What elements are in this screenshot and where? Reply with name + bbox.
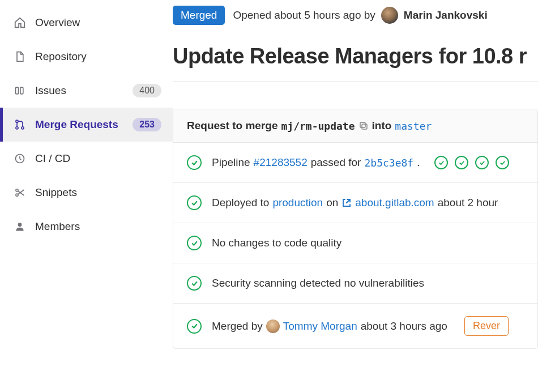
- deploy-time: about 2 hour: [438, 197, 498, 209]
- copy-icon[interactable]: [358, 121, 369, 131]
- sidebar-item-issues[interactable]: Issues 400: [0, 74, 173, 108]
- sidebar-item-label: Members: [35, 220, 161, 233]
- deploy-url[interactable]: about.gitlab.com: [355, 197, 434, 209]
- sidebar-item-label: Snippets: [35, 186, 161, 199]
- svg-point-8: [18, 223, 22, 227]
- source-branch[interactable]: mj/rm-update: [281, 120, 355, 132]
- deploy-row: Deployed to production on about.gitlab.c…: [173, 183, 537, 223]
- deploy-env[interactable]: production: [272, 197, 323, 209]
- stage-check-icon[interactable]: [475, 156, 489, 169]
- stage-check-icon[interactable]: [434, 156, 448, 169]
- svg-rect-9: [362, 124, 367, 129]
- status-badge: Merged: [173, 6, 225, 25]
- sidebar-item-merge-requests[interactable]: Merge Requests 253: [0, 108, 173, 142]
- merged-by-row: Merged by Tommy Morgan about 3 hours ago…: [173, 304, 537, 348]
- security-row: Security scanning detected no vulnerabil…: [173, 263, 537, 304]
- merge-widget: Request to merge mj/rm-update into maste…: [173, 109, 538, 349]
- svg-rect-1: [20, 87, 23, 94]
- merge-icon: [14, 118, 26, 131]
- opened-text: Opened about 5 hours ago by: [233, 9, 375, 22]
- sidebar: Overview Repository Issues 400 Merge Req…: [0, 0, 173, 392]
- author-avatar[interactable]: [381, 7, 398, 24]
- svg-rect-0: [16, 87, 19, 94]
- rocket-icon: [14, 152, 26, 165]
- home-icon: [14, 16, 26, 29]
- check-icon: [187, 319, 202, 334]
- check-icon: [187, 155, 202, 170]
- sidebar-item-label: CI / CD: [35, 152, 161, 165]
- deploy-on: on: [326, 197, 338, 209]
- file-icon: [14, 50, 26, 63]
- commit-sha[interactable]: 2b5c3e8f: [364, 157, 413, 169]
- svg-point-4: [22, 127, 24, 129]
- merged-time: about 3 hours ago: [361, 320, 447, 333]
- request-label: Request to merge: [187, 120, 277, 132]
- check-icon: [187, 236, 202, 250]
- check-icon: [187, 195, 202, 210]
- svg-point-7: [16, 194, 18, 196]
- svg-point-2: [16, 120, 18, 122]
- quality-row: No changes to code quality: [173, 223, 537, 263]
- quality-text: No changes to code quality: [212, 237, 341, 249]
- mr-title: Update Release Managers for 10.8 r: [173, 44, 538, 69]
- security-text: Security scanning detected no vulnerabil…: [212, 277, 424, 289]
- merged-prefix: Merged by: [212, 320, 263, 333]
- svg-point-6: [16, 189, 18, 191]
- issues-badge: 400: [133, 84, 161, 97]
- pipeline-link[interactable]: #21283552: [254, 156, 308, 169]
- sidebar-item-label: Merge Requests: [35, 118, 133, 131]
- scissors-icon: [14, 186, 26, 199]
- main-content: Merged Opened about 5 hours ago by Marin…: [173, 0, 538, 392]
- pipeline-row: Pipeline #21283552 passed for 2b5c3e8f .: [173, 143, 537, 183]
- person-icon: [14, 220, 26, 233]
- pipeline-mid: passed for: [311, 156, 361, 169]
- sidebar-item-snippets[interactable]: Snippets: [0, 176, 173, 210]
- sidebar-item-overview[interactable]: Overview: [0, 6, 173, 40]
- svg-rect-10: [360, 122, 365, 127]
- into-label: into: [372, 120, 392, 132]
- merger-name[interactable]: Tommy Morgan: [283, 320, 357, 333]
- sidebar-item-label: Overview: [35, 16, 161, 29]
- sidebar-item-repository[interactable]: Repository: [0, 40, 173, 74]
- mr-header: Merged Opened about 5 hours ago by Marin…: [173, 6, 538, 82]
- sidebar-item-cicd[interactable]: CI / CD: [0, 142, 173, 176]
- widget-header: Request to merge mj/rm-update into maste…: [173, 109, 537, 143]
- opened-by: Opened about 5 hours ago by Marin Jankov…: [233, 7, 487, 24]
- pipeline-prefix: Pipeline: [212, 156, 250, 169]
- issues-icon: [14, 84, 26, 97]
- stage-check-icon[interactable]: [455, 156, 468, 169]
- merger-avatar[interactable]: [266, 319, 280, 333]
- pipeline-suffix: .: [417, 156, 420, 169]
- deploy-prefix: Deployed to: [212, 197, 269, 209]
- revert-button[interactable]: Rever: [464, 316, 509, 336]
- author-name[interactable]: Marin Jankovski: [404, 9, 488, 22]
- sidebar-item-label: Repository: [35, 50, 161, 63]
- stage-check-icon[interactable]: [496, 156, 509, 169]
- external-link-icon[interactable]: [341, 198, 352, 208]
- check-icon: [187, 276, 202, 291]
- mr-badge: 253: [133, 118, 161, 131]
- sidebar-item-members[interactable]: Members: [0, 210, 173, 244]
- svg-point-3: [16, 127, 18, 129]
- target-branch[interactable]: master: [395, 120, 432, 132]
- sidebar-item-label: Issues: [35, 84, 133, 97]
